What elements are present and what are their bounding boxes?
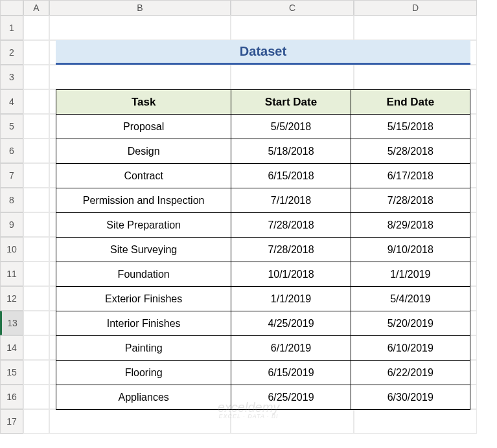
cell-task[interactable]: Proposal (56, 115, 231, 139)
table-row: Proposal5/5/20185/15/2018 (56, 115, 470, 139)
page-title: Dataset (240, 44, 286, 59)
cell-end[interactable]: 6/17/2018 (351, 164, 470, 188)
header-task[interactable]: Task (56, 90, 231, 115)
cell-task[interactable]: Site Surveying (56, 238, 231, 262)
table-row: Design5/18/20185/28/2018 (56, 139, 470, 164)
cell[interactable] (23, 40, 49, 65)
row-header-11[interactable]: 11 (0, 262, 23, 286)
cell[interactable] (23, 360, 49, 385)
row-header-10[interactable]: 10 (0, 237, 23, 262)
table-row: Flooring6/15/20196/22/2019 (56, 361, 470, 385)
table-row: Interior Finishes4/25/20195/20/2019 (56, 311, 470, 336)
cell-task[interactable]: Foundation (56, 262, 231, 287)
cell[interactable] (23, 335, 49, 360)
cell[interactable] (49, 65, 231, 89)
cell-start[interactable]: 6/15/2018 (231, 164, 351, 188)
cell-end[interactable]: 6/30/2019 (351, 385, 470, 410)
cell-start[interactable]: 6/25/2019 (231, 385, 351, 410)
cell-task[interactable]: Contract (56, 164, 231, 188)
cell[interactable] (23, 262, 49, 286)
table-row: Appliances6/25/20196/30/2019 (56, 385, 470, 410)
data-table: Task Start Date End Date Proposal5/5/201… (56, 89, 470, 410)
cell[interactable] (23, 409, 49, 434)
cell[interactable] (354, 16, 477, 40)
col-header-a[interactable]: A (23, 0, 49, 16)
cell-end[interactable]: 1/1/2019 (351, 262, 470, 287)
cell[interactable] (23, 114, 49, 139)
cell-start[interactable]: 5/18/2018 (231, 139, 351, 164)
cell-end[interactable]: 7/28/2018 (351, 188, 470, 213)
select-all-corner[interactable] (0, 0, 23, 16)
row-header-7[interactable]: 7 (0, 163, 23, 188)
cell[interactable] (23, 188, 49, 212)
cell-task[interactable]: Exterior Finishes (56, 287, 231, 311)
cell[interactable] (231, 409, 354, 434)
row-header-1[interactable]: 1 (0, 16, 23, 40)
cell[interactable] (23, 385, 49, 409)
cell[interactable] (23, 139, 49, 163)
cell-end[interactable]: 6/10/2019 (351, 336, 470, 361)
cell-task[interactable]: Site Preparation (56, 213, 231, 238)
cell-task[interactable]: Appliances (56, 385, 231, 410)
cell-task[interactable]: Interior Finishes (56, 311, 231, 336)
cell[interactable] (23, 163, 49, 188)
row-header-17[interactable]: 17 (0, 409, 23, 434)
row-header-14[interactable]: 14 (0, 335, 23, 360)
cell-start[interactable]: 10/1/2018 (231, 262, 351, 287)
cell-start[interactable]: 7/1/2018 (231, 188, 351, 213)
cell-start[interactable]: 7/28/2018 (231, 238, 351, 262)
cell-start[interactable]: 6/1/2019 (231, 336, 351, 361)
row-header-4[interactable]: 4 (0, 89, 23, 114)
table-row: Foundation10/1/20181/1/2019 (56, 262, 470, 287)
cell[interactable] (23, 16, 49, 40)
cell-task[interactable]: Flooring (56, 361, 231, 385)
row-header-6[interactable]: 6 (0, 139, 23, 163)
row-header-12[interactable]: 12 (0, 286, 23, 311)
cell[interactable] (231, 16, 354, 40)
cell[interactable] (23, 65, 49, 89)
cell-end[interactable]: 9/10/2018 (351, 238, 470, 262)
cell-end[interactable]: 5/20/2019 (351, 311, 470, 336)
cell[interactable] (23, 286, 49, 311)
cell-end[interactable]: 5/4/2019 (351, 287, 470, 311)
cell-task[interactable]: Painting (56, 336, 231, 361)
header-end[interactable]: End Date (351, 90, 470, 115)
cell-start[interactable]: 4/25/2019 (231, 311, 351, 336)
cell[interactable] (23, 311, 49, 335)
cell-task[interactable]: Design (56, 139, 231, 164)
cell-end[interactable]: 8/29/2018 (351, 213, 470, 238)
cell-start[interactable]: 6/15/2019 (231, 361, 351, 385)
table-row: Painting6/1/20196/10/2019 (56, 336, 470, 361)
cell-start[interactable]: 5/5/2018 (231, 115, 351, 139)
cell[interactable] (23, 237, 49, 262)
spreadsheet-grid: A B C D Dataset Task Start Date End Date… (0, 0, 497, 434)
cell[interactable] (231, 65, 354, 89)
col-header-b[interactable]: B (49, 0, 231, 16)
col-header-d[interactable]: D (354, 0, 477, 16)
table-row: Site Preparation7/28/20188/29/2018 (56, 213, 470, 238)
row-header-2[interactable]: 2 (0, 40, 23, 65)
row-header-3[interactable]: 3 (0, 65, 23, 89)
cell[interactable] (354, 65, 477, 89)
cell[interactable] (354, 409, 477, 434)
cell[interactable] (49, 16, 231, 40)
data-table-wrap: Task Start Date End Date Proposal5/5/201… (56, 89, 470, 409)
row-header-15[interactable]: 15 (0, 360, 23, 385)
table-row: Permission and Inspection7/1/20187/28/20… (56, 188, 470, 213)
cell-end[interactable]: 6/22/2019 (351, 361, 470, 385)
cell-end[interactable]: 5/15/2018 (351, 115, 470, 139)
row-header-16[interactable]: 16 (0, 385, 23, 409)
cell-task[interactable]: Permission and Inspection (56, 188, 231, 213)
cell[interactable] (23, 212, 49, 237)
row-header-9[interactable]: 9 (0, 212, 23, 237)
cell-end[interactable]: 5/28/2018 (351, 139, 470, 164)
cell[interactable] (49, 409, 231, 434)
cell-start[interactable]: 1/1/2019 (231, 287, 351, 311)
cell[interactable] (23, 89, 49, 114)
row-header-8[interactable]: 8 (0, 188, 23, 212)
row-header-5[interactable]: 5 (0, 114, 23, 139)
row-header-13[interactable]: 13 (0, 311, 23, 335)
cell-start[interactable]: 7/28/2018 (231, 213, 351, 238)
header-start[interactable]: Start Date (231, 90, 351, 115)
col-header-c[interactable]: C (231, 0, 354, 16)
